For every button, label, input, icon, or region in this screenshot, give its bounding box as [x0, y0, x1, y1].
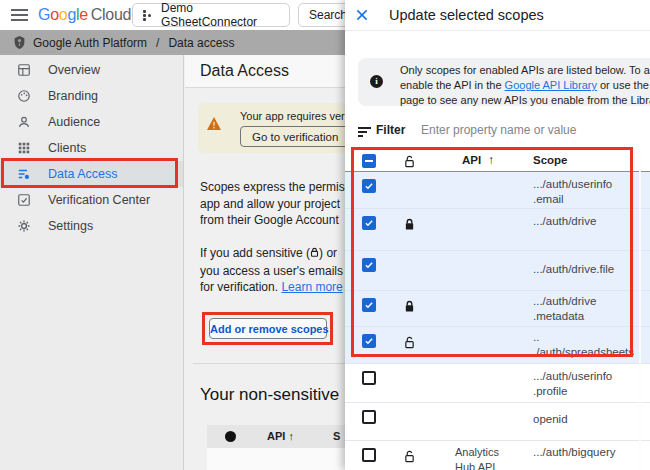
scope-value: .../auth/drive.file — [533, 262, 614, 277]
google-cloud-logo: GoogleCloud — [38, 6, 131, 24]
info-line-1: Only scopes for enabled APIs are listed … — [400, 63, 650, 78]
info-banner-text: Only scopes for enabled APIs are listed … — [400, 63, 650, 108]
filter-label[interactable]: Filter — [376, 123, 405, 137]
checkbox-checked[interactable] — [362, 179, 376, 193]
select-all-checkbox-indeterminate[interactable] — [362, 154, 376, 168]
learn-more-link[interactable]: Learn more — [281, 280, 342, 294]
filter-input[interactable]: Enter property name or value — [421, 123, 576, 137]
lock-open-icon — [404, 335, 415, 353]
checkbox-unchecked[interactable] — [362, 448, 376, 462]
verification-center-icon — [17, 193, 31, 207]
checkbox-checked[interactable] — [362, 258, 376, 272]
non-sensitive-table-body — [207, 448, 345, 470]
scope-column-header[interactable]: Scope — [533, 154, 568, 166]
scope-value: .../auth/drive.metadata — [533, 294, 596, 324]
sidebar-item-settings[interactable]: Settings — [0, 213, 183, 239]
scope-row-drive-file[interactable]: .../auth/drive.file — [345, 251, 650, 291]
api-column-header[interactable]: API ↑ — [267, 430, 294, 442]
search-button-label: Search — [309, 8, 347, 22]
lock-closed-icon — [404, 217, 415, 235]
branding-palette-icon — [17, 89, 31, 103]
info-icon: i — [370, 75, 383, 88]
project-selector-button[interactable]: Demo GSheetConnector — [132, 3, 290, 27]
info-line-2: enable the API in the Google API Library… — [400, 78, 650, 93]
auth-platform-shield-icon — [13, 35, 26, 50]
logo-letter: e — [79, 6, 88, 23]
table-column-divider — [639, 150, 641, 470]
sidebar-item-verification-center[interactable]: Verification Center — [0, 187, 183, 213]
scope-value: .../auth/userinfo.profile — [533, 369, 612, 399]
checkbox-checked[interactable] — [362, 216, 376, 230]
gcp-console-window: GoogleCloud Demo GSheetConnector Search … — [0, 0, 650, 470]
sidebar-item-clients[interactable]: Clients — [0, 135, 183, 161]
scope-row-bigquery[interactable]: AnalyticsHub API .../auth/bigquery — [345, 441, 650, 470]
sidebar-item-branding[interactable]: Branding — [0, 83, 183, 109]
close-panel-icon[interactable] — [354, 7, 372, 25]
go-to-verification-button[interactable]: Go to verification — [240, 126, 345, 147]
logo-letter: G — [38, 6, 50, 23]
project-selector-label: Demo GSheetConnector — [161, 1, 289, 29]
sort-arrow-icon[interactable]: ↑ — [488, 153, 494, 167]
checkbox-unchecked[interactable] — [362, 410, 376, 424]
bullet-dot-icon — [225, 431, 236, 442]
sidebar-item-label: Branding — [48, 89, 98, 103]
api-column-header[interactable]: API — [462, 154, 481, 166]
scope-row-userinfo-profile[interactable]: .../auth/userinfo.profile — [345, 364, 650, 403]
settings-gear-icon — [17, 219, 31, 233]
hamburger-menu-icon[interactable] — [11, 9, 28, 21]
intro-line: from their Google Account — [200, 212, 345, 229]
sensitive-line-1: If you add sensitive () or — [200, 245, 343, 263]
info-line-3: page to see any new APIs you enable from… — [400, 93, 650, 108]
logo-cloud-text: Cloud — [91, 6, 131, 23]
scope-row-spreadsheets[interactable]: .../auth/spreadsheets — [345, 327, 650, 364]
scopes-table-header: API ↑ Scope — [345, 150, 650, 172]
lock-open-icon — [404, 449, 415, 467]
non-sensitive-table-header: API ↑ S — [207, 425, 345, 448]
sidebar-item-label: Audience — [48, 115, 100, 129]
sidebar-item-label: Data Access — [48, 167, 117, 181]
scope-row-openid[interactable]: openid — [345, 403, 650, 441]
filter-icon — [358, 127, 371, 137]
update-scopes-panel: Update selected scopes i Only scopes for… — [345, 0, 650, 470]
checkbox-unchecked[interactable] — [362, 371, 376, 385]
sidebar-item-audience[interactable]: Audience — [0, 109, 183, 135]
scope-row-userinfo-email[interactable]: .../auth/userinfo.email — [345, 172, 650, 209]
data-access-icon — [17, 167, 31, 181]
scope-column-header: S — [333, 430, 340, 442]
scope-row-drive-metadata[interactable]: .../auth/drive.metadata — [345, 291, 650, 327]
logo-letter: g — [67, 6, 76, 23]
verification-warning-banner: Your app requires veri Go to verificatio… — [198, 103, 345, 153]
lock-icon — [310, 246, 319, 263]
logo-letter: o — [50, 6, 59, 23]
checkbox-checked[interactable] — [362, 298, 376, 312]
breadcrumb-item-data-access: Data access — [168, 36, 234, 50]
audience-person-icon — [17, 115, 31, 129]
project-icon — [143, 10, 152, 21]
info-banner: i Only scopes for enabled APIs are liste… — [358, 58, 650, 106]
lock-closed-icon — [404, 299, 415, 317]
panel-divider — [345, 30, 650, 31]
intro-line: app and allow your project — [200, 196, 345, 213]
panel-title: Update selected scopes — [389, 7, 544, 23]
api-name: AnalyticsHub API — [455, 445, 499, 470]
scope-value: .../auth/bigquery — [533, 445, 615, 460]
sidebar-item-label: Overview — [48, 63, 100, 77]
sidebar-item-label: Clients — [48, 141, 86, 155]
checkbox-checked[interactable] — [362, 334, 376, 348]
sidebar-item-label: Verification Center — [48, 193, 150, 207]
warning-triangle-icon — [207, 116, 221, 134]
intro-line: Scopes express the permis — [200, 179, 345, 196]
section-divider — [193, 363, 345, 364]
lock-column-header-icon — [404, 154, 415, 172]
add-or-remove-scopes-button[interactable]: Add or remove scopes — [209, 318, 327, 339]
scope-row-drive[interactable]: .../auth/drive — [345, 209, 650, 251]
sidebar-item-overview[interactable]: Overview — [0, 57, 183, 83]
scope-value: .../auth/spreadsheets — [533, 330, 634, 360]
breadcrumb-item-auth-platform[interactable]: Google Auth Platform — [33, 36, 147, 50]
sidebar-item-data-access[interactable]: Data Access — [0, 161, 183, 187]
scope-value: openid — [533, 412, 568, 427]
sort-arrow-icon: ↑ — [288, 430, 294, 442]
overview-icon — [17, 63, 31, 77]
scope-value: .../auth/userinfo.email — [533, 177, 612, 207]
google-api-library-link[interactable]: Google API Library — [505, 79, 597, 91]
